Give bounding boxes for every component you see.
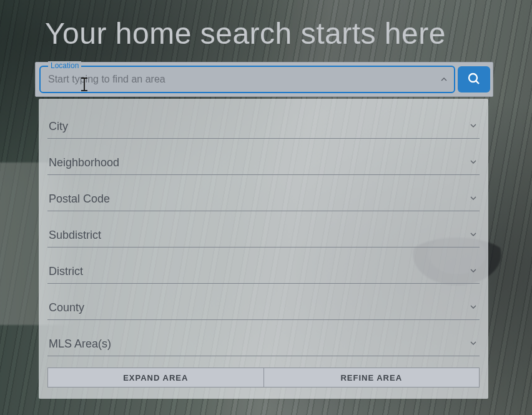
collapse-icon[interactable] [434, 74, 454, 84]
option-district[interactable]: District [47, 251, 480, 284]
page-title: Your home search starts here [45, 16, 446, 51]
search-button[interactable] [458, 66, 490, 92]
option-mls-areas[interactable]: MLS Area(s) [47, 324, 480, 356]
search-icon [466, 71, 481, 88]
option-label: Neighborhood [49, 156, 119, 169]
option-label: Postal Code [49, 192, 110, 206]
svg-line-1 [476, 81, 479, 84]
option-label: County [49, 301, 84, 314]
option-postal-code[interactable]: Postal Code [47, 179, 480, 211]
chevron-down-icon [468, 157, 478, 169]
option-city[interactable]: City [47, 106, 480, 139]
expand-area-button[interactable]: EXPAND AREA [47, 368, 264, 388]
area-button-group: EXPAND AREA REFINE AREA [47, 368, 480, 388]
chevron-down-icon [468, 193, 478, 206]
option-county[interactable]: County [47, 288, 480, 320]
option-subdistrict[interactable]: Subdistrict [47, 215, 480, 248]
chevron-down-icon [468, 229, 478, 242]
option-label: Subdistrict [49, 229, 101, 242]
option-label: MLS Area(s) [49, 338, 111, 351]
chevron-down-icon [468, 121, 478, 133]
location-dropdown-panel: City Neighborhood Postal Code Subdistric… [39, 99, 488, 399]
location-input[interactable] [41, 74, 434, 85]
chevron-down-icon [468, 266, 478, 278]
option-label: District [49, 265, 83, 278]
svg-point-0 [469, 74, 477, 82]
chevron-down-icon [468, 302, 478, 314]
option-neighborhood[interactable]: Neighborhood [47, 142, 480, 175]
location-field[interactable]: Location [39, 66, 455, 93]
search-bar: Location [35, 62, 493, 97]
refine-area-button[interactable]: REFINE AREA [264, 368, 480, 388]
location-label: Location [48, 61, 81, 70]
option-label: City [49, 120, 68, 133]
chevron-down-icon [468, 338, 478, 351]
